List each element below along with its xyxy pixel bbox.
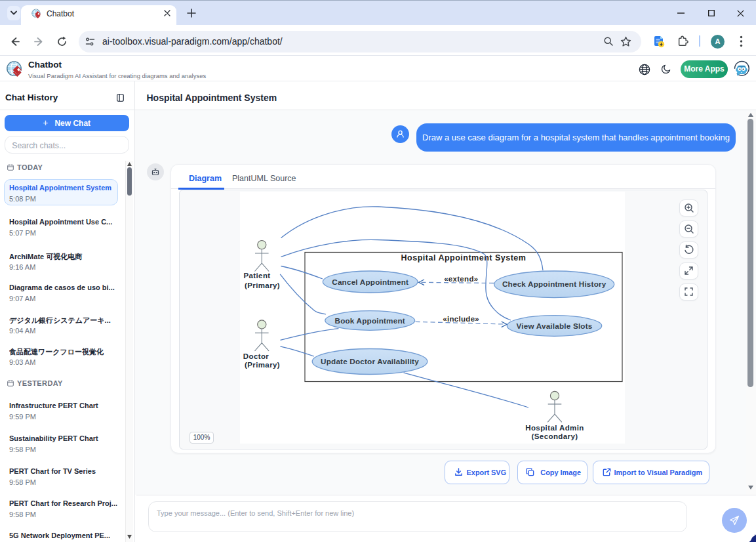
svg-text:Doctor: Doctor (243, 352, 269, 360)
svg-text:Cancel Appointment: Cancel Appointment (332, 278, 408, 286)
svg-text:Check Appointment History: Check Appointment History (502, 280, 607, 288)
svg-text:«extend»: «extend» (444, 275, 478, 283)
svg-text:Book Appointment: Book Appointment (335, 316, 405, 325)
svg-text:(Secondary): (Secondary) (532, 432, 578, 440)
svg-text:(Primary): (Primary) (245, 281, 280, 289)
svg-text:Patient: Patient (243, 272, 270, 280)
svg-text:Update Doctor Availability: Update Doctor Availability (321, 357, 419, 365)
svg-text:«include»: «include» (443, 315, 479, 323)
svg-text:Hospital Admin: Hospital Admin (525, 424, 584, 432)
svg-text:View Available Slots: View Available Slots (517, 322, 593, 330)
svg-text:(Primary): (Primary) (245, 361, 280, 369)
svg-text:Hospital Appointment System: Hospital Appointment System (401, 253, 527, 262)
